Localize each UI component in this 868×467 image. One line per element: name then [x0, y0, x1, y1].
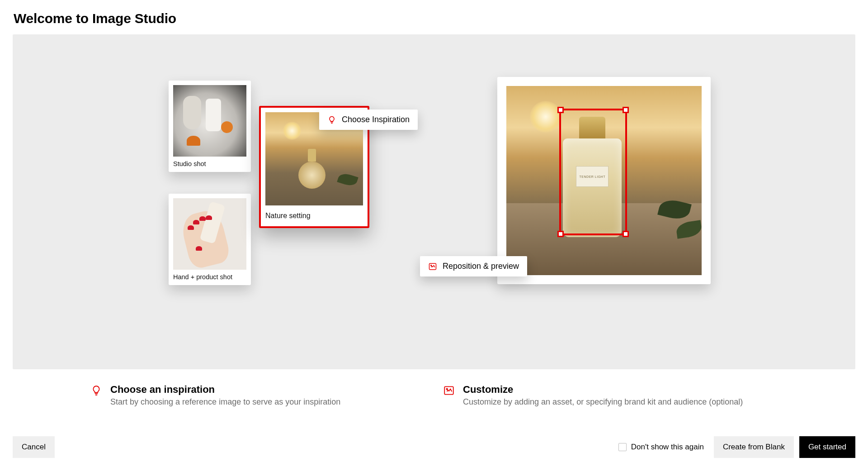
- instruction-customize: Customize Customize by adding an asset, …: [443, 384, 778, 407]
- inspiration-card-hand: Hand + product shot: [169, 194, 251, 285]
- checkbox-label: Don't show this again: [631, 443, 704, 452]
- lightbulb-icon: [90, 385, 102, 396]
- inspiration-card-label: Hand + product shot: [169, 270, 251, 285]
- create-from-blank-button[interactable]: Create from Blank: [714, 436, 794, 458]
- instructions-row: Choose an inspiration Start by choosing …: [13, 384, 855, 407]
- instruction-subtitle: Customize by adding an asset, or specify…: [463, 397, 743, 407]
- resize-handle-tl: [557, 107, 564, 113]
- resize-handle-tr: [623, 107, 629, 113]
- checkbox-box[interactable]: [618, 443, 627, 451]
- instruction-choose: Choose an inspiration Start by choosing …: [90, 384, 425, 407]
- callout-choose-inspiration: Choose Inspiration: [319, 110, 418, 130]
- footer-bar: Cancel Don't show this again Create from…: [13, 436, 855, 458]
- callout-reposition-preview: Reposition & preview: [420, 256, 527, 276]
- selection-bounding-box: [559, 109, 627, 235]
- image-edit-icon: [443, 385, 455, 396]
- thumbnail-hand: [173, 198, 246, 270]
- svg-point-1: [431, 265, 432, 266]
- resize-handle-bl: [557, 231, 564, 237]
- thumbnail-studio: [173, 85, 246, 157]
- instruction-title: Customize: [463, 384, 743, 396]
- lightbulb-icon: [327, 115, 336, 124]
- cancel-button[interactable]: Cancel: [13, 436, 55, 458]
- image-edit-icon: [428, 262, 437, 271]
- callout-label: Choose Inspiration: [342, 115, 410, 124]
- preview-card: TENDER LIGHT: [497, 77, 711, 284]
- dont-show-again-checkbox[interactable]: Don't show this again: [618, 443, 704, 452]
- instruction-subtitle: Start by choosing a reference image to s…: [110, 397, 340, 407]
- callout-label: Reposition & preview: [443, 262, 519, 271]
- inspiration-card-label: Nature setting: [261, 205, 368, 226]
- inspiration-card-studio: Studio shot: [169, 81, 251, 172]
- preview-image: TENDER LIGHT: [506, 86, 702, 275]
- hero-illustration: Studio shot Hand + product shot Nature s…: [13, 34, 855, 369]
- page-title: Welcome to Image Studio: [14, 11, 855, 26]
- inspiration-card-label: Studio shot: [169, 157, 251, 172]
- svg-point-3: [446, 388, 448, 390]
- resize-handle-br: [623, 231, 629, 237]
- instruction-title: Choose an inspiration: [110, 384, 340, 396]
- get-started-button[interactable]: Get started: [799, 436, 855, 458]
